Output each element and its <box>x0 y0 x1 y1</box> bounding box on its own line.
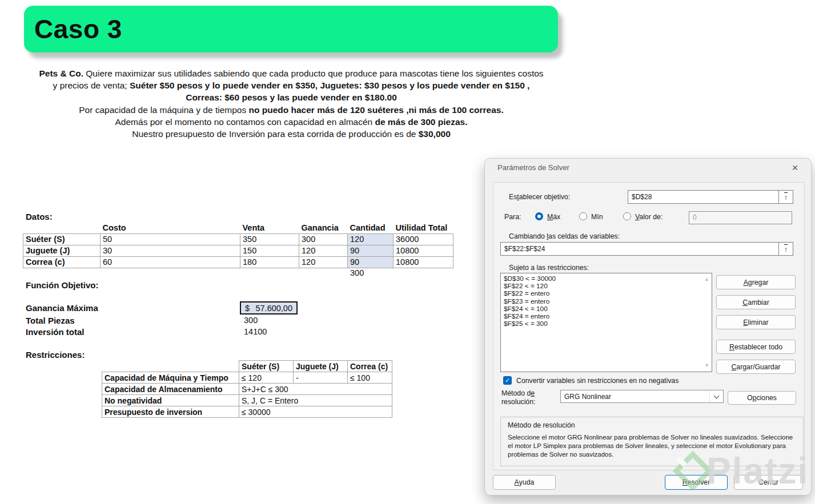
inversion-total-value: 14100 <box>244 327 267 336</box>
platzi-watermark: Platzi <box>706 450 809 492</box>
cargar-guardar-button[interactable]: Cargar/Guardar <box>716 360 796 374</box>
radio-valor-de-label[interactable]: Valor de: <box>635 213 663 221</box>
intro-line: Pets & Co. Quiere maximizar sus utilidad… <box>26 67 557 79</box>
checkbox-checked-icon[interactable]: ✓ <box>503 376 512 385</box>
metodo-label-line1: Método de <box>501 389 535 397</box>
objective-label: Establecer objetivo: <box>509 193 570 201</box>
datos-header-row: Costo Venta Ganancia Cantidad Utilidad T… <box>23 222 453 233</box>
slide-canvas: Caso 3 Pets & Co. Quiere maximizar sus u… <box>0 0 815 504</box>
agregar-button[interactable]: Agregar <box>716 275 796 289</box>
scroll-up-icon[interactable]: ▲ <box>704 276 709 283</box>
chevron-down-icon[interactable] <box>709 390 723 402</box>
intro-line: Nuestro presupuesto de Inversión para es… <box>26 128 557 140</box>
range-selector-icon[interactable]: ↑ <box>778 191 793 203</box>
datos-table: Costo Venta Ganancia Cantidad Utilidad T… <box>23 222 453 268</box>
objetivo-label: Función Objetivo: <box>26 280 99 290</box>
intro-line: Por capacidad de la máquina y de tiempos… <box>26 104 557 116</box>
radio-min[interactable] <box>579 212 587 220</box>
table-row: Capacidad de Máquina y Tiempo ≤ 120 - ≤ … <box>102 372 392 384</box>
scroll-down-icon[interactable]: ▼ <box>704 362 709 369</box>
cambiar-button[interactable]: Cambiar <box>716 295 796 309</box>
para-label: Para: <box>504 213 521 221</box>
ganancia-maxima-cell[interactable]: $ 57.600,00 <box>240 301 298 315</box>
restablecer-todo-button[interactable]: Restablecer todo <box>716 340 796 354</box>
metodo-resolucion-select[interactable]: GRG Nonlinear <box>560 390 724 403</box>
ganancia-maxima-label: Ganancia Máxima <box>26 303 98 313</box>
table-row: Juguete (J) 30 150 120 90 10800 <box>23 245 453 256</box>
total-piezas-label: Total Piezas <box>26 316 75 325</box>
variables-input[interactable]: $F$22:$F$24 ↑ <box>500 242 793 256</box>
radio-min-label[interactable]: Mín <box>591 213 603 221</box>
datos-label: Datos: <box>26 212 53 221</box>
intro-line: Además por el momento no contamos con ca… <box>26 116 557 128</box>
groupbox-title: Método de resolución <box>508 421 575 429</box>
valor-de-input: 0 <box>689 211 792 224</box>
radio-max-label[interactable]: Máx <box>547 213 560 221</box>
close-icon[interactable]: × <box>788 161 802 175</box>
table-row: Suéter (S) 50 350 300 120 36000 <box>23 233 453 245</box>
variables-label: Cambiando las celdas de variables: <box>509 232 620 240</box>
table-row: Correa (c) 60 180 120 90 10800 <box>23 256 453 268</box>
restricciones-table: Suéter (S) Juguete (J) Correa (c) Capaci… <box>102 360 392 418</box>
list-item[interactable]: $F$23 = entero <box>504 298 709 305</box>
solver-dialog: Parámetros de Solver × Establecer objeti… <box>484 158 812 495</box>
table-row: No negatividad S, J, C = Entero <box>102 395 392 406</box>
objective-input[interactable]: $D$28 ↑ <box>628 190 793 204</box>
radio-valor-de[interactable] <box>623 212 631 220</box>
eliminar-button[interactable]: Eliminar <box>716 315 796 329</box>
ayuda-button[interactable]: Ayuda <box>493 475 556 490</box>
title-banner: Caso 3 <box>24 6 558 53</box>
list-item[interactable]: $F$22 = entero <box>504 290 709 297</box>
intro-paragraph: Pets & Co. Quiere maximizar sus utilidad… <box>26 67 557 140</box>
currency-symbol: $ <box>245 304 250 313</box>
total-piezas-value: 300 <box>244 316 258 325</box>
constraints-label: Sujeto a las restricciones: <box>509 264 589 272</box>
inversion-total-label: Inversión total <box>26 327 85 337</box>
cantidad-total: 300 <box>350 268 364 277</box>
range-selector-icon[interactable]: ↑ <box>778 243 793 255</box>
list-item[interactable]: $F$25 < = 300 <box>504 320 709 328</box>
opciones-button[interactable]: Opciones <box>728 391 796 405</box>
restricciones-header-row: Suéter (S) Juguete (J) Correa (c) <box>102 361 392 372</box>
dialog-title: Parámetros de Solver <box>497 163 569 172</box>
radio-max[interactable] <box>535 212 543 220</box>
table-row: Presupuesto de inversion ≤ 30000 <box>102 406 392 418</box>
ganancia-maxima-value: 57.600,00 <box>255 304 292 313</box>
intro-line: y precios de venta; Suéter $50 pesos y l… <box>26 79 557 91</box>
constraints-listbox[interactable]: $D$30 < = 30000 $F$22 < = 120 $F$22 = en… <box>500 273 712 372</box>
restricciones-label: Restricciones: <box>26 350 85 360</box>
page-title: Caso 3 <box>24 14 122 45</box>
intro-line: Correas: $60 pesos y las puede vender en… <box>26 91 557 103</box>
table-row: Capacidad de Almacenamiento S+J+C ≤ 300 <box>102 384 392 395</box>
metodo-label-line2: resolución: <box>501 398 535 406</box>
convertir-variables-checkbox-label[interactable]: Convertir variables sin restricciones en… <box>516 377 679 385</box>
